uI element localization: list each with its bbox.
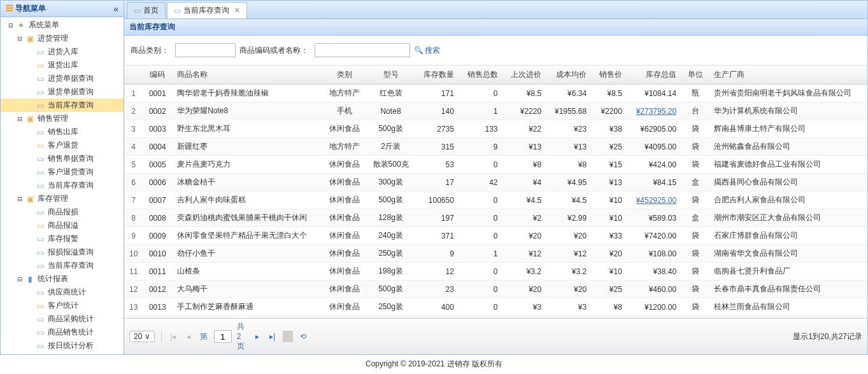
- page-size-select[interactable]: 20 ∨: [129, 331, 155, 342]
- rownum: 9: [124, 227, 143, 245]
- nav-item-3[interactable]: ▭退货出库: [1, 59, 124, 72]
- rownum: 7: [124, 191, 143, 209]
- table-row[interactable]: 130013手工制作芝麻香酥麻通休闲食品250g装4000¥3¥3¥8¥1200…: [124, 298, 867, 316]
- nav-item-2[interactable]: ▭进货入库: [1, 45, 124, 59]
- cell-name: 野生东北黑木耳: [172, 120, 322, 138]
- table-row[interactable]: 60006冰糖金桔干休闲食品300g装1742¥4¥4.95¥13¥84.15盒…: [124, 174, 867, 191]
- col-header-4[interactable]: 型号: [366, 66, 415, 85]
- table-row[interactable]: 100010劲仔小鱼干休闲食品250g装91¥12¥12¥20¥108.00袋湖…: [124, 245, 867, 263]
- nav-item-7[interactable]: ⊟▣销售管理: [1, 112, 124, 125]
- nav-item-0[interactable]: ⊟✦系统菜单: [1, 18, 124, 32]
- cell-sold: 0: [459, 227, 503, 245]
- col-header-6[interactable]: 销售总数: [459, 66, 503, 85]
- nav-item-19[interactable]: ⊟▮统计报表: [1, 272, 124, 286]
- cell-name: 华为荣耀Note8: [172, 102, 322, 120]
- nav-item-label: 商品销售统计: [46, 327, 94, 338]
- total-link[interactable]: ¥452925.00: [636, 196, 676, 205]
- last-page-button[interactable]: ▸|: [267, 332, 278, 341]
- page-icon: ▭: [35, 354, 45, 355]
- page-icon: ▭: [35, 341, 45, 351]
- toggle-icon: ⊟: [6, 21, 16, 30]
- page-input[interactable]: [214, 330, 232, 343]
- col-header-0[interactable]: [124, 66, 143, 85]
- nav-item-22[interactable]: ▭商品采购统计: [1, 312, 124, 326]
- cell-sold: 42: [459, 174, 503, 191]
- tab-home[interactable]: ▭ 首页: [127, 2, 166, 18]
- page-icon: ▭: [35, 207, 45, 218]
- cell-last: ¥3: [503, 298, 547, 316]
- nav-item-18[interactable]: ▭当前库存查询: [1, 259, 124, 272]
- nav-item-13[interactable]: ⊟▣库存管理: [1, 192, 124, 205]
- nav-item-21[interactable]: ▭客户统计: [1, 299, 124, 312]
- nav-item-label: 供应商统计: [46, 287, 86, 298]
- nav-item-16[interactable]: ▭库存报警: [1, 232, 124, 246]
- table-row[interactable]: 110011山楂条休闲食品198g装120¥3.2¥3.2¥10¥38.40袋临…: [124, 263, 867, 280]
- page-icon: ▭: [35, 154, 45, 164]
- col-header-1[interactable]: 编码: [143, 66, 172, 85]
- close-icon[interactable]: ✕: [234, 6, 240, 15]
- nav-item-14[interactable]: ▭商品报损: [1, 205, 124, 219]
- cell-total: ¥7420.00: [627, 227, 681, 245]
- nav-item-23[interactable]: ▭商品销售统计: [1, 326, 124, 339]
- nav-item-8[interactable]: ▭销售出库: [1, 125, 124, 139]
- col-header-10[interactable]: 库存总值: [627, 66, 681, 85]
- nav-item-25[interactable]: ▭按月统计分析: [1, 352, 124, 354]
- nav-item-6[interactable]: ▭当前库存查询: [1, 99, 124, 112]
- tab-inventory-query[interactable]: ▭ 当前库存查询 ✕: [167, 2, 247, 18]
- nav-item-1[interactable]: ⊟▣进货管理: [1, 32, 124, 45]
- home-icon: ▭: [134, 6, 141, 15]
- col-header-2[interactable]: 商品名称: [172, 66, 322, 85]
- cell-code: 0008: [143, 209, 172, 227]
- table-row[interactable]: 20002华为荣耀Note8手机Note81401¥2220¥1955.68¥2…: [124, 102, 867, 120]
- next-page-button[interactable]: ▸: [252, 332, 262, 341]
- nav-item-17[interactable]: ▭报损报溢查询: [1, 246, 124, 259]
- cell-last: ¥4.5: [503, 191, 547, 209]
- table-row[interactable]: 80008奕森奶油桃肉蜜饯果脯果干桃肉干休闲休闲食品128g装1970¥2¥2.…: [124, 209, 867, 227]
- col-header-12[interactable]: 生产厂商: [709, 66, 867, 85]
- first-page-button[interactable]: |◂: [168, 332, 178, 341]
- table-row[interactable]: 30003野生东北黑木耳休闲食品500g装2735133¥22¥23¥38¥62…: [124, 120, 867, 138]
- nav-item-12[interactable]: ▭当前库存查询: [1, 179, 124, 192]
- nav-item-10[interactable]: ▭销售单据查询: [1, 152, 124, 165]
- col-header-3[interactable]: 类别: [322, 66, 366, 85]
- cell-model: Note8: [366, 102, 415, 120]
- prev-page-button[interactable]: ◂: [183, 332, 194, 341]
- category-input[interactable]: [175, 43, 236, 57]
- nav-item-11[interactable]: ▭客户退货查询: [1, 165, 124, 179]
- cell-price: ¥10: [592, 209, 627, 227]
- name-input[interactable]: [315, 43, 410, 57]
- cell-name: 休闲零食坚果特产精品干果无漂白大个: [172, 227, 322, 245]
- cell-avg: ¥20: [546, 280, 592, 298]
- cell-qty: 9: [415, 245, 459, 263]
- cell-total: ¥1084.14: [627, 85, 681, 102]
- table-row[interactable]: 120012大乌梅干休闲食品500g装230¥20¥20¥25¥460.00袋长…: [124, 280, 867, 298]
- table-row[interactable]: 50005麦片燕麦巧克力休闲食品散装500克530¥8¥8¥15¥424.00袋…: [124, 156, 867, 174]
- collapse-icon[interactable]: «: [113, 4, 118, 14]
- cell-avg: ¥13: [546, 138, 592, 156]
- cell-qty: 140: [415, 102, 459, 120]
- col-header-11[interactable]: 单位: [681, 66, 709, 85]
- cell-qty: 400: [415, 298, 459, 316]
- nav-item-15[interactable]: ▭商品报溢: [1, 219, 124, 232]
- nav-item-label: 进货入库: [46, 46, 78, 57]
- total-link[interactable]: ¥273795.20: [636, 107, 676, 116]
- cell-unit: 袋: [681, 245, 709, 263]
- cell-qty: 53: [415, 156, 459, 174]
- table-row[interactable]: 10001陶华碧老干妈香辣脆油辣椒地方特产红色装1710¥8.5¥6.34¥8.…: [124, 85, 867, 102]
- cell-qty: 197: [415, 209, 459, 227]
- search-button[interactable]: 🔍 搜索: [414, 45, 440, 56]
- nav-item-20[interactable]: ▭供应商统计: [1, 286, 124, 299]
- col-header-5[interactable]: 库存数量: [415, 66, 459, 85]
- nav-item-4[interactable]: ▭进货单据查询: [1, 72, 124, 85]
- col-header-7[interactable]: 上次进价: [503, 66, 547, 85]
- nav-item-5[interactable]: ▭退货单据查询: [1, 85, 124, 99]
- col-header-9[interactable]: 销售价: [592, 66, 627, 85]
- table-row[interactable]: 40004新疆红枣地方特产2斤装3159¥13¥13¥25¥4095.00袋沧州…: [124, 138, 867, 156]
- cell-code: 0001: [143, 85, 172, 102]
- nav-item-24[interactable]: ▭按日统计分析: [1, 339, 124, 352]
- col-header-8[interactable]: 成本均价: [546, 66, 592, 85]
- nav-item-9[interactable]: ▭客户退货: [1, 139, 124, 152]
- refresh-button[interactable]: ⟲: [298, 332, 308, 341]
- table-row[interactable]: 90009休闲零食坚果特产精品干果无漂白大个休闲食品240g装3710¥20¥2…: [124, 227, 867, 245]
- table-row[interactable]: 70007吉利人家牛肉味蛋糕休闲食品500g装1006500¥4.5¥4.5¥1…: [124, 191, 867, 209]
